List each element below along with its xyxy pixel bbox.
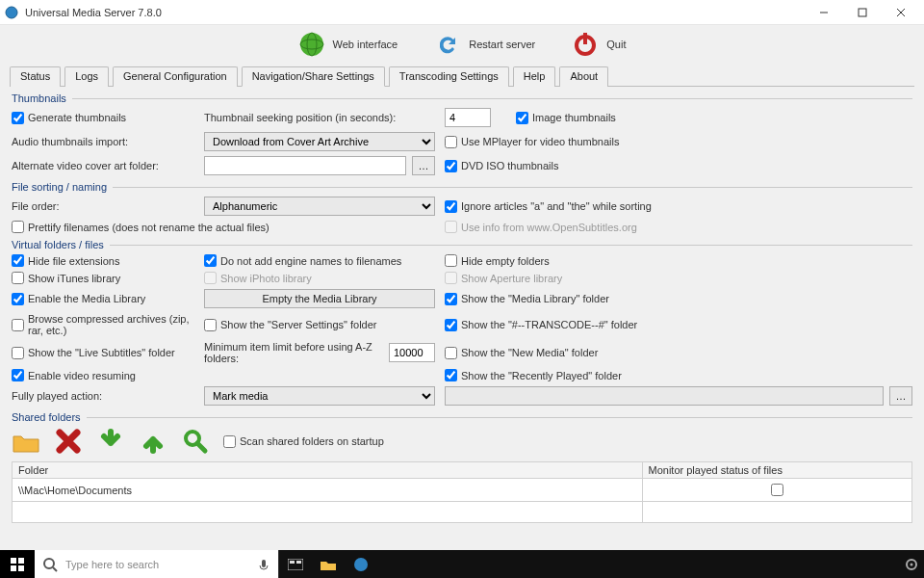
quit-label: Quit bbox=[606, 39, 626, 50]
dvd-iso-checkbox[interactable]: DVD ISO thumbnails bbox=[445, 160, 912, 172]
alt-cover-label: Alternate video cover art folder: bbox=[12, 160, 194, 171]
file-order-select[interactable]: Alphanumeric bbox=[204, 197, 435, 216]
svg-rect-12 bbox=[11, 558, 16, 564]
hide-extensions-checkbox[interactable]: Hide file extensions bbox=[12, 254, 194, 267]
enable-video-resuming-checkbox[interactable]: Enable video resuming bbox=[12, 369, 194, 381]
fully-played-action-select[interactable]: Mark media bbox=[204, 386, 435, 406]
browse-compressed-checkbox[interactable]: Browse compressed archives (zip, rar, et… bbox=[12, 313, 194, 336]
tab-logs[interactable]: Logs bbox=[64, 66, 109, 87]
no-engine-names-checkbox[interactable]: Do not add engine names to filenames bbox=[204, 254, 435, 267]
monitor-checkbox[interactable] bbox=[771, 484, 783, 496]
show-transcode-folder-checkbox[interactable]: Show the "#--TRANSCODE--#" folder bbox=[445, 319, 912, 331]
fully-played-action-label: Fully played action: bbox=[12, 390, 194, 402]
settings-panel: Thumbnails Generate thumbnails Thumbnail… bbox=[0, 87, 924, 538]
system-tray[interactable] bbox=[905, 558, 924, 571]
titlebar: Universal Media Server 7.8.0 bbox=[0, 0, 924, 25]
mic-icon bbox=[257, 558, 270, 571]
show-iphoto-checkbox: Show iPhoto library bbox=[204, 272, 435, 284]
show-recently-played-checkbox[interactable]: Show the "Recently Played" folder bbox=[445, 369, 912, 381]
thumbnails-section-title: Thumbnails bbox=[12, 92, 912, 104]
scan-folder-button[interactable] bbox=[181, 427, 210, 456]
search-icon bbox=[42, 557, 58, 572]
minimize-button[interactable] bbox=[805, 0, 843, 25]
folder-path-cell: \\Mac\Home\Documents bbox=[13, 479, 643, 502]
tab-transcoding-settings[interactable]: Transcoding Settings bbox=[389, 66, 509, 87]
file-explorer-taskbar-icon[interactable] bbox=[312, 550, 345, 578]
tab-status[interactable]: Status bbox=[10, 66, 61, 87]
gear-icon bbox=[905, 558, 918, 571]
enable-media-library-checkbox[interactable]: Enable the Media Library bbox=[12, 293, 194, 305]
tab-general-configuration[interactable]: General Configuration bbox=[113, 66, 238, 87]
svg-point-24 bbox=[911, 563, 913, 565]
remove-folder-button[interactable] bbox=[54, 427, 83, 456]
move-up-button[interactable] bbox=[139, 427, 167, 456]
window-title: Universal Media Server 7.8.0 bbox=[25, 7, 162, 18]
svg-line-17 bbox=[53, 567, 57, 571]
show-server-settings-checkbox[interactable]: Show the "Server Settings" folder bbox=[204, 319, 435, 331]
use-mplayer-checkbox[interactable]: Use MPlayer for video thumbnails bbox=[445, 136, 912, 148]
main-toolbar: Web interface Restart server Quit bbox=[0, 25, 924, 62]
tab-navigation-share-settings[interactable]: Navigation/Share Settings bbox=[242, 66, 385, 87]
fully-played-path-input[interactable] bbox=[445, 386, 884, 406]
scan-on-startup-checkbox[interactable]: Scan shared folders on startup bbox=[223, 435, 384, 448]
maximize-button[interactable] bbox=[843, 0, 882, 25]
svg-rect-20 bbox=[290, 561, 295, 564]
globe-icon bbox=[298, 31, 325, 58]
taskbar: Type here to search bbox=[0, 550, 924, 578]
refresh-icon bbox=[434, 31, 461, 58]
file-order-label: File order: bbox=[12, 200, 194, 212]
svg-rect-19 bbox=[288, 559, 303, 570]
app-icon bbox=[4, 5, 19, 20]
shared-folders-table: Folder Monitor played status of files \\… bbox=[12, 461, 912, 523]
content-area: Web interface Restart server Quit Status… bbox=[0, 25, 924, 550]
quit-button[interactable]: Quit bbox=[572, 31, 626, 58]
folders-column-monitor[interactable]: Monitor played status of files bbox=[642, 462, 912, 479]
restart-server-button[interactable]: Restart server bbox=[434, 31, 535, 58]
move-down-button[interactable] bbox=[96, 427, 125, 456]
svg-point-0 bbox=[6, 7, 17, 18]
svg-point-16 bbox=[44, 559, 54, 568]
show-live-subtitles-checkbox[interactable]: Show the "Live Subtitles" folder bbox=[12, 347, 194, 359]
start-button[interactable] bbox=[0, 550, 35, 578]
task-view-button[interactable] bbox=[279, 550, 312, 578]
web-interface-button[interactable]: Web interface bbox=[298, 31, 398, 58]
svg-rect-15 bbox=[18, 565, 24, 571]
add-folder-button[interactable] bbox=[12, 427, 40, 456]
svg-rect-13 bbox=[18, 558, 24, 564]
tab-about[interactable]: About bbox=[559, 66, 608, 87]
svg-rect-18 bbox=[262, 560, 266, 567]
table-row[interactable]: \\Mac\Home\Documents bbox=[13, 479, 912, 502]
show-itunes-checkbox[interactable]: Show iTunes library bbox=[12, 272, 194, 284]
generate-thumbnails-checkbox[interactable]: Generate thumbnails bbox=[12, 112, 194, 124]
hide-empty-folders-checkbox[interactable]: Hide empty folders bbox=[445, 254, 912, 267]
audio-thumbnails-label: Audio thumbnails import: bbox=[12, 136, 194, 147]
folders-column-folder[interactable]: Folder bbox=[13, 462, 643, 479]
image-thumbnails-checkbox[interactable]: Image thumbnails bbox=[516, 112, 616, 124]
alt-cover-input[interactable] bbox=[204, 156, 406, 175]
svg-rect-14 bbox=[11, 565, 16, 571]
tab-help[interactable]: Help bbox=[513, 66, 556, 87]
show-media-library-checkbox[interactable]: Show the "Media Library" folder bbox=[445, 293, 912, 305]
tab-bar: Status Logs General Configuration Naviga… bbox=[0, 66, 924, 86]
prettify-filenames-checkbox[interactable]: Prettify filenames (does not rename the … bbox=[12, 221, 435, 233]
audio-thumbnails-select[interactable]: Download from Cover Art Archive bbox=[204, 132, 435, 151]
seek-position-input[interactable] bbox=[445, 108, 491, 127]
empty-media-library-button[interactable]: Empty the Media Library bbox=[204, 289, 435, 308]
power-icon bbox=[572, 31, 599, 58]
opensubtitles-checkbox: Use info from www.OpenSubtitles.org bbox=[445, 221, 912, 233]
show-aperture-checkbox: Show Aperture library bbox=[445, 272, 912, 284]
ignore-articles-checkbox[interactable]: Ignore articles "a" and "the" while sort… bbox=[445, 200, 912, 213]
min-item-limit-input[interactable] bbox=[389, 343, 435, 362]
fully-played-browse-button[interactable]: … bbox=[889, 386, 912, 406]
svg-point-5 bbox=[300, 33, 323, 56]
taskbar-search[interactable]: Type here to search bbox=[35, 550, 279, 578]
restart-server-label: Restart server bbox=[469, 39, 535, 50]
ums-taskbar-icon[interactable] bbox=[345, 550, 377, 578]
alt-cover-browse-button[interactable]: … bbox=[412, 156, 435, 175]
seek-position-label: Thumbnail seeking position (in seconds): bbox=[204, 112, 396, 123]
taskbar-search-placeholder: Type here to search bbox=[65, 559, 159, 570]
svg-line-11 bbox=[197, 443, 205, 451]
close-button[interactable] bbox=[882, 0, 920, 25]
svg-rect-9 bbox=[583, 33, 587, 44]
show-new-media-checkbox[interactable]: Show the "New Media" folder bbox=[445, 347, 912, 359]
